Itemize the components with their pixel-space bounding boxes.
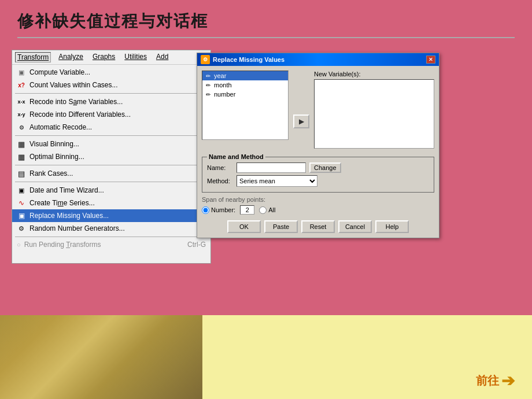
nav-button[interactable]: 前往 ➔: [476, 371, 515, 390]
rank-icon: ▤: [17, 169, 26, 178]
separator-3: [15, 165, 208, 165]
dialog-var-list: ✏ year ✏ month ✏ number: [202, 71, 289, 149]
var-item-month[interactable]: ✏ month: [202, 80, 288, 90]
dialog-titlebar-icon: ⚙: [201, 55, 210, 64]
replace-missing-dialog: ⚙ Replace Missing Values ✕ ✏ year ✏ mont…: [197, 53, 439, 238]
menu-item-replace-missing[interactable]: ▣ Replace Missing Values...: [12, 209, 210, 222]
main-content: Transform Analyze Graphs Utilities Add ▣…: [0, 44, 532, 269]
menu-item-recode-same[interactable]: x-x Recode into Same Variables...: [12, 95, 210, 108]
menu-items-list: ▣ Compute Variable... x? Count Values wi…: [12, 65, 210, 252]
rank-label: Rank Cases...: [29, 169, 206, 178]
menu-item-rank[interactable]: ▤ Rank Cases...: [12, 167, 210, 180]
method-field-label: Method:: [207, 178, 233, 184]
name-field-label: Name:: [207, 164, 233, 171]
menu-item-auto-recode[interactable]: ⚙ Automatic Recode...: [12, 121, 210, 134]
replace-missing-label: Replace Missing Values...: [29, 212, 206, 220]
page-title: 修补缺失值过程与对话框: [17, 10, 515, 32]
menu-item-optimal-bin[interactable]: ▦ Optimal Binning...: [12, 150, 210, 163]
span-label-row: Span of nearby points:: [202, 196, 434, 203]
span-label: Span of nearby points:: [202, 196, 265, 203]
compute-icon: ▣: [17, 68, 26, 77]
variable-listbox[interactable]: ✏ year ✏ month ✏ number: [202, 71, 289, 140]
menu-panel: Transform Analyze Graphs Utilities Add ▣…: [12, 50, 211, 264]
name-input[interactable]: [237, 162, 306, 173]
var-item-number[interactable]: ✏ number: [202, 90, 288, 99]
menu-bar-add[interactable]: Add: [154, 52, 170, 62]
method-row: Method: Series mean Mean of nearby point…: [207, 175, 429, 187]
name-row: Name: Change: [207, 162, 429, 173]
menu-item-datetime[interactable]: ▣ Date and Time Wizard...: [12, 184, 210, 197]
dialog-titlebar: ⚙ Replace Missing Values ✕: [197, 53, 439, 66]
visual-bin-label: Visual Binning...: [29, 140, 206, 148]
timeseries-label: Create Time Series...: [29, 199, 206, 207]
menu-item-compute[interactable]: ▣ Compute Variable...: [12, 66, 210, 79]
var-number-label: number: [214, 91, 235, 98]
bottom-section: 前往 ➔: [0, 315, 532, 399]
menu-bar-analyze[interactable]: Analyze: [57, 52, 85, 62]
reset-button[interactable]: Reset: [301, 220, 335, 233]
count-label: Count Values within Cases...: [29, 81, 206, 89]
auto-recode-label: Automatic Recode...: [29, 123, 206, 131]
var-number-icon: ✏: [205, 91, 212, 98]
recode-diff-label: Recode into Different Variables...: [29, 110, 206, 119]
arrow-column: ▶: [293, 71, 309, 149]
random-label: Random Number Generators...: [29, 224, 206, 232]
compute-label: Compute Variable...: [29, 68, 206, 76]
menu-bar-utilities[interactable]: Utilities: [123, 52, 149, 62]
title-area: 修补缺失值过程与对话框: [0, 0, 532, 44]
menu-item-run-pending: ○ Run Pending Transforms Ctrl-G: [12, 239, 210, 250]
change-button[interactable]: Change: [309, 162, 341, 173]
menu-item-count[interactable]: x? Count Values within Cases...: [12, 79, 210, 91]
menu-item-timeseries[interactable]: ∿ Create Time Series...: [12, 197, 210, 209]
var-year-icon: ✏: [205, 72, 212, 79]
separator-5: [15, 237, 208, 237]
random-icon: ⚙: [17, 224, 26, 233]
method-select[interactable]: Series mean Mean of nearby points Median…: [237, 175, 317, 187]
title-divider: [17, 37, 515, 38]
timeseries-icon: ∿: [17, 198, 26, 208]
dialog-right: New Variable(s):: [314, 71, 434, 149]
ok-button[interactable]: OK: [227, 220, 261, 233]
help-button[interactable]: Help: [375, 220, 409, 233]
name-method-legend: Name and Method: [207, 153, 265, 160]
span-all-radio[interactable]: [259, 206, 267, 214]
span-options-row: Number: All: [202, 205, 434, 215]
run-pending-icon: ○: [17, 241, 21, 248]
separator-1: [15, 93, 208, 94]
recode-same-icon: x-x: [17, 97, 26, 106]
recode-same-label: Recode into Same Variables...: [29, 98, 206, 106]
menu-bar-transform[interactable]: Transform: [15, 52, 51, 62]
dialog-titlebar-left: ⚙ Replace Missing Values: [201, 55, 285, 64]
datetime-icon: ▣: [17, 186, 26, 195]
span-all-radio-label: All: [259, 206, 275, 214]
menu-item-random[interactable]: ⚙ Random Number Generators...: [12, 222, 210, 235]
separator-2: [15, 135, 208, 136]
menu-bar-graphs[interactable]: Graphs: [91, 52, 117, 62]
separator-4: [15, 182, 208, 182]
menu-item-recode-diff[interactable]: x-y Recode into Different Variables...: [12, 108, 210, 121]
recode-diff-icon: x-y: [17, 110, 26, 119]
optimal-bin-icon: ▦: [17, 152, 26, 161]
var-month-label: month: [214, 82, 232, 88]
span-number-radio[interactable]: [202, 206, 209, 214]
dialog-body: ✏ year ✏ month ✏ number ▶: [197, 66, 439, 153]
dialog-buttons: OK Paste Reset Cancel Help: [197, 217, 439, 238]
span-number-input[interactable]: [240, 205, 254, 215]
move-arrow-button[interactable]: ▶: [293, 114, 309, 128]
menu-item-visual-bin[interactable]: ▦ Visual Binning...: [12, 138, 210, 150]
visual-bin-icon: ▦: [17, 139, 26, 149]
var-item-year[interactable]: ✏ year: [202, 71, 288, 80]
cancel-button[interactable]: Cancel: [338, 220, 372, 233]
run-pending-label: Run Pending Transforms: [24, 241, 101, 249]
run-pending-shortcut: Ctrl-G: [187, 241, 206, 249]
count-icon: x?: [17, 80, 26, 90]
dialog-title: Replace Missing Values: [213, 56, 285, 63]
nav-label: 前往: [476, 373, 499, 389]
dialog-close-button[interactable]: ✕: [426, 56, 435, 64]
nav-arrow-icon: ➔: [501, 371, 515, 390]
name-method-group: Name and Method Name: Change Method: Ser…: [202, 157, 434, 193]
new-variables-box[interactable]: [314, 79, 434, 149]
paste-button[interactable]: Paste: [264, 220, 298, 233]
datetime-label: Date and Time Wizard...: [29, 186, 206, 194]
var-month-icon: ✏: [205, 82, 212, 88]
